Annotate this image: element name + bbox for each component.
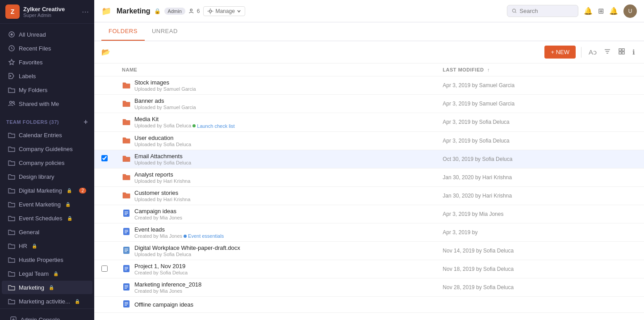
sort-icon[interactable]: Aↄ xyxy=(587,46,598,58)
team-folders-list: Calendar Entries Company Guidelines Comp… xyxy=(0,128,94,308)
file-icon xyxy=(122,172,131,182)
file-name[interactable]: Customer stories xyxy=(134,189,190,196)
sidebar-item-labels[interactable]: Labels xyxy=(2,69,92,83)
file-tag[interactable]: Launch check list xyxy=(192,123,234,129)
sidebar-item-marketing[interactable]: Marketing 🔒 xyxy=(2,281,92,294)
filter-icon[interactable] xyxy=(602,46,613,58)
notification-icon[interactable]: 🔔 xyxy=(609,7,618,15)
file-modified-date: Jan 30, 2020 by Hari Krishna xyxy=(435,186,644,205)
file-name[interactable]: Email Attachments xyxy=(134,153,191,160)
table-row[interactable]: Customer storiesUploaded by Hari Krishna… xyxy=(94,186,644,205)
sidebar-item-shared-with-me[interactable]: Shared with Me xyxy=(2,97,92,110)
tab-unread[interactable]: UNREAD xyxy=(145,22,185,41)
col-modified-header[interactable]: LAST MODIFIED ↑ xyxy=(435,63,644,76)
unread-icon xyxy=(8,31,15,38)
file-tag[interactable]: Event essentials xyxy=(184,233,224,239)
sidebar-item-admin-console[interactable]: Admin Console xyxy=(4,313,91,320)
sidebar-item-legal-team[interactable]: Legal Team 🔒 xyxy=(2,267,92,280)
bell-icon[interactable]: 🔔 xyxy=(584,7,593,15)
table-row[interactable]: User educationUploaded by Sofia DelucaAp… xyxy=(94,131,644,150)
file-name[interactable]: Media Kit xyxy=(134,116,235,122)
col-name-header[interactable]: NAME xyxy=(115,63,435,76)
table-row[interactable]: Media KitUploaded by Sofia Deluca Launch… xyxy=(94,113,644,132)
sidebar-item-hr[interactable]: HR 🔒 xyxy=(2,239,92,253)
sidebar: Z Zylker Creative Super Admin ⋯ All Unre… xyxy=(0,0,94,320)
file-name[interactable]: User education xyxy=(134,135,191,141)
search-input[interactable] xyxy=(519,8,573,14)
file-icon xyxy=(122,246,131,256)
sidebar-more-button[interactable]: ⋯ xyxy=(82,8,89,16)
file-name[interactable]: Campaign ideas xyxy=(134,208,182,215)
sort-asc-icon: ↑ xyxy=(487,67,490,72)
svg-rect-17 xyxy=(619,49,621,51)
sidebar-item-company-guidelines[interactable]: Company Guidelines xyxy=(2,142,92,156)
file-name[interactable]: Analyst reports xyxy=(134,171,190,178)
chevron-down-icon xyxy=(237,9,241,13)
file-name[interactable]: Digital Workplace White-paper-draft.docx xyxy=(134,244,240,251)
file-name[interactable]: Offline campaign ideas xyxy=(134,301,193,308)
tag-dot-icon xyxy=(192,124,196,127)
table-row[interactable]: Banner adsUploaded by Samuel GarciaApr 3… xyxy=(94,95,644,113)
folder-team-icon xyxy=(8,131,15,139)
table-row[interactable]: Stock imagesUploaded by Samuel GarciaApr… xyxy=(94,76,644,95)
search-box[interactable] xyxy=(507,5,578,17)
sidebar-item-general[interactable]: General xyxy=(2,225,92,239)
label-icon xyxy=(8,72,15,80)
table-row[interactable]: Offline campaign ideas xyxy=(94,297,644,313)
sidebar-item-event-schedules[interactable]: Event Schedules 🔒 xyxy=(2,211,92,225)
add-team-folder-button[interactable]: + xyxy=(84,118,88,126)
sidebar-item-design-library[interactable]: Design library xyxy=(2,170,92,183)
tab-folders[interactable]: FOLDERS xyxy=(101,22,145,41)
sidebar-item-marketing-activities[interactable]: Marketing activitie... 🔒 xyxy=(2,295,92,308)
file-name[interactable]: Stock images xyxy=(134,79,196,86)
file-table: NAME LAST MODIFIED ↑ Stock imagesUploade… xyxy=(94,63,644,313)
table-row[interactable]: Event leadsCreated by Mia Jones Event es… xyxy=(94,223,644,242)
file-uploader: Uploaded by Samuel Garcia xyxy=(134,105,196,110)
file-uploader: Created by Sofia Deluca xyxy=(134,270,188,275)
tag-dot-icon xyxy=(184,235,187,238)
manage-button[interactable]: Manage xyxy=(203,6,245,16)
file-modified-date: Apr 3, 2019 by xyxy=(435,223,644,242)
members-icon xyxy=(189,8,195,14)
file-modified-date: Apr 3, 2019 by Mia Jones xyxy=(435,205,644,223)
col-checkbox xyxy=(94,63,115,76)
sidebar-item-favorites[interactable]: Favorites xyxy=(2,55,92,69)
table-row[interactable]: Project 1, Nov 2019Created by Sofia Delu… xyxy=(94,260,644,278)
folder-team-icon xyxy=(8,228,15,236)
table-row[interactable]: Digital Workplace White-paper-draft.docx… xyxy=(94,242,644,260)
info-icon[interactable]: ℹ xyxy=(631,46,637,58)
svg-point-5 xyxy=(10,101,12,104)
sidebar-item-my-folders[interactable]: My Folders xyxy=(2,83,92,97)
grid-icon[interactable]: ⊞ xyxy=(598,7,604,15)
table-row[interactable]: Analyst reportsUploaded by Hari KrishnaJ… xyxy=(94,168,644,186)
table-row[interactable]: Email AttachmentsUploaded by Sofia Deluc… xyxy=(94,150,644,168)
page-title: Marketing xyxy=(117,7,151,15)
sidebar-item-event-marketing[interactable]: Event Marketing 🔒 xyxy=(2,198,92,211)
file-name[interactable]: Event leads xyxy=(134,226,224,233)
file-name[interactable]: Banner ads xyxy=(134,97,196,104)
admin-icon xyxy=(10,316,17,320)
sidebar-item-all-unread[interactable]: All Unread xyxy=(2,28,92,41)
table-row[interactable]: Campaign ideasCreated by Mia JonesApr 3,… xyxy=(94,205,644,223)
svg-rect-20 xyxy=(622,52,624,54)
file-name[interactable]: Marketing inference_2018 xyxy=(134,281,201,288)
avatar[interactable]: U xyxy=(623,4,637,18)
file-modified-date: Apr 3, 2019 by Samuel Garcia xyxy=(435,76,644,95)
app-logo: Z xyxy=(5,4,20,19)
file-name[interactable]: Project 1, Nov 2019 xyxy=(134,263,188,269)
row-checkbox[interactable] xyxy=(101,265,108,272)
sidebar-item-hustle-properties[interactable]: Hustle Properties xyxy=(2,253,92,266)
table-row[interactable]: Marketing inference_2018Created by Mia J… xyxy=(94,278,644,297)
sidebar-item-recent-files[interactable]: Recent Files xyxy=(2,42,92,55)
file-uploader: Uploaded by Sofia Deluca xyxy=(134,252,240,257)
view-toggle-icon[interactable] xyxy=(616,46,627,58)
search-icon xyxy=(512,8,517,14)
new-button[interactable]: + NEW xyxy=(544,46,576,59)
sidebar-item-digital-marketing[interactable]: Digital Marketing 🔒 2 xyxy=(2,184,92,197)
sidebar-item-company-policies[interactable]: Company policies xyxy=(2,156,92,169)
sidebar-item-calendar[interactable]: Calendar Entries xyxy=(2,128,92,142)
file-modified-date: Oct 30, 2019 by Sofia Deluca xyxy=(435,150,644,168)
breadcrumb-folder-icon[interactable]: 📂 xyxy=(101,48,110,56)
row-checkbox[interactable] xyxy=(101,155,108,161)
file-icon xyxy=(122,135,131,146)
